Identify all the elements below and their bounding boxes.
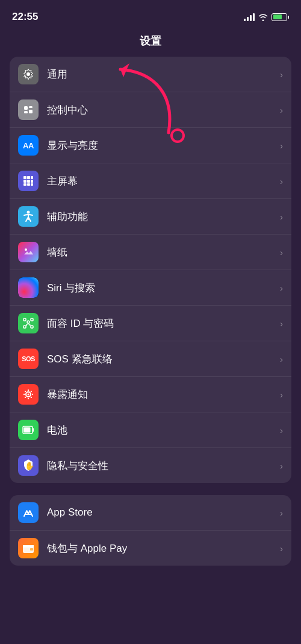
display-label: 显示与亮度 (47, 139, 280, 153)
svg-point-30 (31, 391, 32, 392)
home-screen-chevron: › (280, 176, 283, 186)
main-settings-section: 通用 › 控制中心 › AA 显示与亮度 › (10, 57, 291, 483)
settings-item-wallpaper[interactable]: 墙纸 › (10, 235, 291, 270)
svg-point-25 (28, 398, 29, 399)
svg-point-23 (28, 394, 29, 396)
svg-rect-4 (29, 110, 33, 113)
wallpaper-icon (18, 242, 39, 262)
general-chevron: › (280, 69, 283, 80)
settings-item-general[interactable]: 通用 › (10, 57, 291, 92)
svg-rect-10 (27, 180, 30, 183)
control-center-chevron: › (280, 105, 283, 115)
general-icon (18, 64, 39, 84)
svg-rect-17 (23, 318, 26, 321)
siri-label: Siri 与搜索 (47, 281, 280, 295)
svg-point-24 (28, 390, 29, 391)
svg-rect-37 (23, 545, 34, 548)
settings-item-exposure[interactable]: 暴露通知 › (10, 377, 291, 412)
status-time: 22:55 (12, 11, 38, 23)
svg-point-1 (26, 72, 30, 76)
settings-item-accessibility[interactable]: 辅助功能 › (10, 199, 291, 235)
siri-icon (18, 277, 39, 298)
exposure-label: 暴露通知 (47, 388, 280, 402)
battery-icon (272, 13, 289, 21)
settings-item-sos[interactable]: SOS SOS 紧急联络 › (10, 341, 291, 377)
svg-rect-5 (24, 111, 28, 113)
wallet-chevron: › (280, 543, 283, 554)
wifi-icon (258, 13, 268, 21)
privacy-icon: ✋ (18, 455, 39, 476)
status-icons (244, 13, 289, 21)
svg-rect-9 (23, 180, 26, 183)
svg-rect-20 (31, 326, 33, 328)
settings-item-app-store[interactable]: App Store › (10, 495, 291, 531)
settings-item-display[interactable]: AA 显示与亮度 › (10, 128, 291, 163)
sos-label: SOS 紧急联络 (47, 352, 280, 366)
settings-item-battery[interactable]: 电池 › (10, 412, 291, 448)
sos-icon: SOS (18, 349, 39, 369)
svg-rect-12 (23, 183, 26, 186)
svg-rect-8 (31, 176, 33, 179)
home-screen-icon (18, 171, 39, 191)
wallpaper-label: 墙纸 (47, 245, 280, 259)
app-store-icon (18, 502, 39, 523)
control-center-icon (18, 99, 39, 120)
settings-item-home-screen[interactable]: 主屏幕 › (10, 163, 291, 199)
svg-point-27 (32, 394, 33, 395)
settings-item-privacy[interactable]: ✋ 隐私与安全性 › (10, 448, 291, 483)
home-screen-label: 主屏幕 (47, 174, 280, 188)
battery-label: 电池 (47, 423, 280, 437)
face-id-label: 面容 ID 与密码 (47, 317, 280, 330)
svg-rect-13 (27, 183, 30, 186)
app-store-chevron: › (280, 508, 283, 518)
wallpaper-chevron: › (280, 247, 283, 257)
svg-point-15 (27, 211, 30, 214)
accessibility-icon (18, 206, 39, 227)
privacy-chevron: › (280, 461, 283, 471)
page-title: 设置 (0, 30, 301, 57)
wallet-label: 钱包与 Apple Pay (47, 541, 280, 555)
accessibility-chevron: › (280, 212, 283, 222)
svg-rect-19 (23, 326, 26, 328)
svg-rect-3 (29, 106, 33, 108)
settings-item-siri[interactable]: Siri 与搜索 › (10, 270, 291, 306)
settings-item-face-id[interactable]: 面容 ID 与密码 › (10, 306, 291, 341)
wallet-icon (18, 538, 39, 558)
svg-rect-2 (24, 106, 28, 110)
battery-settings-icon (18, 420, 39, 440)
svg-rect-34 (24, 428, 31, 433)
display-chevron: › (280, 140, 283, 151)
exposure-icon (18, 384, 39, 405)
face-id-chevron: › (280, 318, 283, 329)
svg-rect-18 (31, 318, 33, 321)
app-store-label: App Store (47, 507, 280, 519)
face-id-icon (18, 313, 39, 333)
privacy-label: 隐私与安全性 (47, 459, 280, 473)
accessibility-label: 辅助功能 (47, 210, 280, 224)
status-bar: 22:55 (0, 0, 301, 30)
svg-rect-11 (31, 180, 33, 183)
svg-point-16 (25, 248, 27, 251)
svg-rect-6 (23, 176, 26, 179)
svg-text:✋: ✋ (25, 461, 34, 471)
svg-rect-38 (30, 548, 33, 551)
svg-rect-33 (33, 428, 34, 432)
battery-chevron: › (280, 425, 283, 435)
sos-chevron: › (280, 354, 283, 364)
svg-point-21 (27, 321, 29, 323)
general-label: 通用 (47, 68, 280, 81)
svg-point-26 (23, 394, 25, 395)
control-center-label: 控制中心 (47, 103, 280, 117)
bottom-settings-section: App Store › 钱包与 Apple Pay › (10, 495, 291, 566)
exposure-chevron: › (280, 390, 283, 400)
settings-item-wallet[interactable]: 钱包与 Apple Pay › (10, 531, 291, 566)
svg-point-31 (25, 397, 26, 398)
settings-item-control-center[interactable]: 控制中心 › (10, 92, 291, 128)
svg-rect-14 (31, 183, 33, 186)
signal-icon (244, 13, 255, 21)
svg-point-28 (25, 391, 26, 392)
display-icon: AA (18, 135, 39, 156)
svg-point-29 (31, 397, 32, 398)
siri-chevron: › (280, 283, 283, 293)
svg-rect-7 (27, 176, 30, 179)
